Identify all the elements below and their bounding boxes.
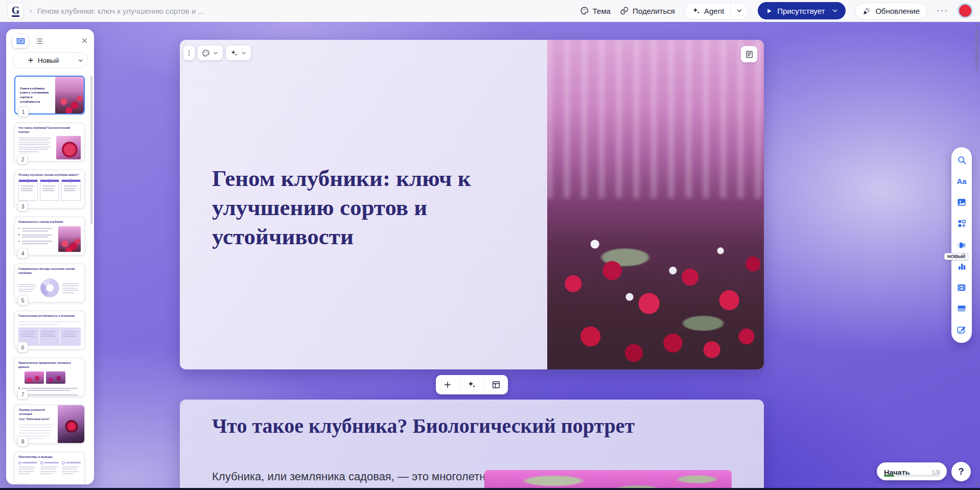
thumbnail-preview: Перспективы и выводы	[15, 452, 84, 484]
thumbnail-title: Сорт "Рубиновый кулон"	[19, 418, 55, 421]
slide-number-badge: 1	[18, 106, 29, 117]
placeholder-line	[40, 469, 56, 470]
slide-number-badge: 3	[17, 201, 28, 212]
help-button[interactable]: ?	[951, 462, 971, 481]
image-button[interactable]	[955, 196, 968, 208]
thumbnail-image	[58, 405, 84, 443]
placeholder-line	[18, 289, 34, 290]
mini-card	[61, 179, 81, 201]
add-card-button[interactable]	[436, 375, 459, 394]
placeholder-line	[18, 469, 34, 470]
slide-body-text[interactable]: Клубника, или земляника садовая, — это м…	[212, 470, 498, 483]
chevron-down-icon	[736, 7, 743, 14]
close-panel-button[interactable]	[81, 37, 88, 45]
placeholder-line	[22, 390, 71, 391]
gamma-logo-button[interactable]: G	[7, 3, 24, 19]
card-layout-icon	[745, 50, 754, 59]
agent-label: Agent	[704, 7, 724, 15]
slide-number-badge: 8	[17, 436, 28, 447]
slide-thumbnail[interactable]: Генетическая устойчивость к болезням6	[14, 311, 85, 349]
card-template-button[interactable]	[741, 46, 757, 62]
avatar[interactable]	[958, 3, 973, 18]
onboarding-start-button[interactable]: Начать 1/8	[877, 462, 947, 480]
media-button[interactable]	[955, 282, 968, 294]
chevron-down-icon	[77, 57, 84, 64]
slide-card-2[interactable]: Что такое клубника? Биологический портре…	[180, 400, 764, 488]
placeholder-line	[64, 185, 77, 186]
placeholder-line	[62, 290, 79, 291]
sparkles-icon	[692, 7, 701, 15]
strawberry-hero-image[interactable]	[547, 40, 764, 369]
placeholder-line	[62, 285, 80, 286]
slide-panel-header	[6, 29, 94, 51]
slide-thumbnail[interactable]: Пример успешной селекцииСорт "Рубиновый …	[14, 405, 85, 444]
placeholder-line	[40, 466, 57, 468]
ai-generate-button[interactable]	[459, 375, 483, 394]
kebab-icon	[185, 50, 193, 57]
chart-button[interactable]	[955, 260, 968, 272]
share-button[interactable]: Поделиться	[620, 6, 675, 15]
sparkles-icon	[230, 49, 238, 57]
slide-thumbnail[interactable]: Геном клубники: ключ к улучшению сортов …	[14, 76, 85, 114]
card-style-button[interactable]	[198, 45, 223, 60]
form-button[interactable]	[955, 324, 968, 336]
card-ai-button[interactable]	[226, 45, 251, 60]
blocks-button[interactable]	[955, 218, 968, 230]
slide-card-1[interactable]: Геном клубники: ключ к улучшению сортов …	[180, 40, 764, 369]
search-button[interactable]	[955, 154, 968, 166]
placeholder-line	[18, 286, 36, 287]
slide-thumbnail[interactable]: Почему изучение генома клубники важно?3	[14, 170, 85, 208]
slide-title[interactable]: Геном клубники: ключ к улучшению сортов …	[212, 164, 508, 251]
upgrade-button[interactable]: Обновление	[855, 3, 927, 19]
slide-thumbnail[interactable]: Уникальность генома клубники4	[14, 217, 85, 255]
search-icon	[957, 155, 967, 165]
thumbnail-title: Уникальность генома клубники	[18, 220, 81, 224]
blocks-icon	[957, 219, 967, 228]
placeholder-line	[18, 139, 49, 141]
placeholder-line	[21, 188, 32, 189]
placeholder-line	[20, 334, 34, 335]
scroll-up-arrow-icon[interactable]: ▲	[975, 23, 979, 27]
placeholder-line	[21, 185, 34, 186]
list-view-toggle[interactable]	[31, 34, 47, 48]
thumbnail-title: Современные методы изучения генома клубн…	[18, 267, 81, 275]
chevron-down-icon[interactable]	[831, 7, 838, 14]
more-options-button[interactable]: ···	[937, 6, 948, 16]
new-card-button[interactable]: Новый	[13, 53, 73, 68]
window-scrollbar[interactable]: ▲ ▼	[974, 22, 980, 488]
card-menu-button[interactable]	[183, 45, 195, 60]
thumbnail-image	[46, 371, 65, 384]
thumbnail-image	[25, 371, 44, 384]
scrollbar-thumb[interactable]	[975, 28, 978, 71]
placeholder-line	[22, 394, 78, 395]
slide-thumbnail[interactable]: Перспективы и выводы9	[14, 452, 85, 484]
timeline-node	[40, 461, 43, 464]
slide-thumbnail[interactable]: Практическое применение геномных данных7	[14, 358, 85, 396]
new-card-dropdown-button[interactable]	[73, 53, 87, 68]
thumbnail-title: Перспективы и выводы	[18, 455, 81, 459]
slide-thumbnail[interactable]: Современные методы изучения генома клубн…	[14, 264, 85, 302]
template-insert-button[interactable]	[484, 375, 508, 394]
view-toggle-group	[12, 34, 47, 48]
embed-button[interactable]	[955, 302, 968, 315]
gamma-logo: G	[12, 5, 20, 17]
present-button[interactable]: Присутствует	[758, 2, 846, 19]
agent-dropdown-button[interactable]	[730, 3, 748, 19]
present-label: Присутствует	[777, 7, 825, 15]
strawberry-photo[interactable]	[484, 470, 732, 488]
plus-icon	[27, 57, 34, 64]
theme-button[interactable]: Тема	[580, 6, 611, 15]
text-style-button[interactable]: Aa	[955, 175, 968, 188]
panel-scrollbar[interactable]	[90, 76, 92, 224]
slide-heading[interactable]: Что такое клубника? Биологический портре…	[212, 414, 635, 438]
agent-button[interactable]: Agent	[685, 3, 730, 19]
slide-thumbnail[interactable]: Что такое клубника? Биологический портре…	[14, 123, 85, 161]
help-label: ?	[959, 466, 964, 477]
topbar-right: Тема Поделиться Agent	[580, 2, 973, 19]
scroll-down-arrow-icon[interactable]: ▼	[975, 483, 979, 487]
list-icon	[35, 37, 43, 45]
thumbnail-list: Геном клубники: ключ к улучшению сортов …	[6, 75, 94, 484]
card-view-toggle[interactable]	[12, 34, 29, 48]
theme-color-button[interactable]	[955, 239, 968, 251]
mini-card	[40, 179, 59, 201]
